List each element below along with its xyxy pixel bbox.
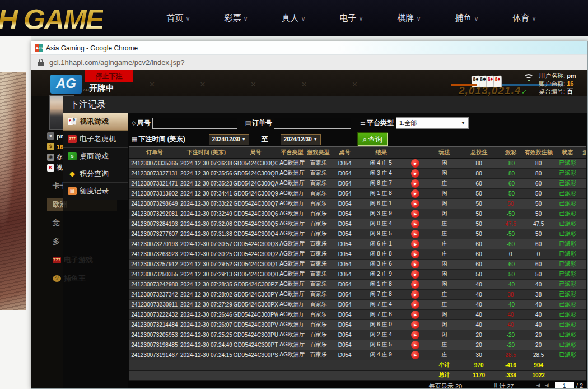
cut-cell bbox=[582, 289, 586, 299]
column-header: 状态 bbox=[553, 146, 583, 158]
status-cell: 已派彩 bbox=[553, 188, 583, 198]
round-cell: GD05424C300Q9 bbox=[233, 188, 278, 198]
play-video-button[interactable]: ▶ bbox=[411, 230, 419, 238]
play-video-button[interactable]: ▶ bbox=[411, 210, 419, 218]
play-video-button[interactable]: ▶ bbox=[411, 311, 419, 319]
play-video-button[interactable]: ▶ bbox=[411, 240, 419, 248]
play-video-button[interactable]: ▶ bbox=[411, 300, 419, 309]
payout-cell: -50 bbox=[497, 188, 525, 198]
play-cell: ▶ bbox=[403, 350, 428, 360]
nav-item-slots[interactable]: 电子∨ bbox=[323, 13, 380, 24]
tab-points-query[interactable]: ◆ 积分查询 bbox=[63, 165, 128, 183]
play-video-button[interactable]: ▶ bbox=[411, 179, 419, 188]
valid-cell: 20 bbox=[525, 340, 553, 350]
order-cell: 241230073277607 bbox=[129, 229, 180, 239]
play-video-button[interactable]: ▶ bbox=[411, 331, 419, 339]
ag-lobby-header: AG ASIA GAMING 停止下注 开牌中 ✕ ✕ ✕ ✕ ✕ ✕ ✕ ✕ … bbox=[31, 70, 587, 96]
result-cell: 闲 6 庄 5 bbox=[359, 340, 403, 350]
nav-item-fishing[interactable]: 捕鱼∨ bbox=[438, 13, 496, 24]
play-video-button[interactable]: ▶ bbox=[411, 321, 419, 329]
status-cell: 已派彩 bbox=[553, 269, 583, 279]
play-video-button[interactable]: ▶ bbox=[411, 159, 419, 168]
round-number-input[interactable] bbox=[152, 118, 237, 129]
round-cell: GD05424C300PY bbox=[233, 289, 278, 299]
play-video-button[interactable]: ▶ bbox=[411, 280, 419, 289]
status-cell: 已派彩 bbox=[553, 340, 583, 350]
play-video-button[interactable]: ▶ bbox=[411, 200, 419, 208]
table-cell: D054 bbox=[331, 219, 359, 229]
column-header: 订单号 bbox=[129, 146, 180, 158]
tab-quota-records[interactable]: ▤ 额度记录 bbox=[63, 183, 128, 200]
game-cell: 百家乐 bbox=[306, 279, 331, 289]
status-cell: 已派彩 bbox=[553, 330, 583, 340]
cut-cell bbox=[582, 299, 586, 309]
total-cell: 60 bbox=[461, 178, 497, 188]
status-cell: 已派彩 bbox=[553, 289, 583, 299]
payout-cell: -40 bbox=[497, 299, 525, 309]
total-cell: 40 bbox=[461, 299, 497, 309]
tab-slot-machines[interactable]: 777 电子老虎机 bbox=[63, 131, 128, 148]
game-cell: 百家乐 bbox=[306, 289, 331, 299]
table-cell: D054 bbox=[331, 330, 359, 340]
play-video-button[interactable]: ▶ bbox=[411, 351, 419, 359]
play-video-button[interactable]: ▶ bbox=[411, 250, 419, 258]
prev-page-arrows[interactable]: ◀ ◀ bbox=[536, 382, 550, 388]
order-cell: 241230073205953 bbox=[129, 330, 180, 340]
total-cell: 50 bbox=[461, 188, 497, 198]
search-button[interactable]: ⌕查询 bbox=[358, 133, 388, 146]
game-cell: 百家乐 bbox=[306, 259, 331, 269]
money-bag-icon: $ bbox=[47, 143, 54, 150]
nav-item-lottery[interactable]: 彩票∨ bbox=[207, 13, 265, 24]
dropdown-arrow-icon: ▼ bbox=[242, 137, 246, 141]
play-video-button[interactable]: ▶ bbox=[411, 260, 419, 268]
bet-cell: 庄 bbox=[428, 249, 461, 259]
payout-cell: -60 bbox=[497, 239, 525, 249]
total-cell: 20 bbox=[461, 340, 497, 350]
play-cell: ▶ bbox=[403, 249, 428, 259]
column-header: 派 bbox=[582, 146, 586, 158]
play-video-button[interactable]: ▶ bbox=[411, 290, 419, 299]
date-to-select[interactable]: 2024/12/30▼ bbox=[281, 134, 321, 145]
status-cell: 已派彩 bbox=[553, 178, 583, 188]
cut-cell bbox=[582, 229, 586, 239]
round-cell: GD05424C300Q4 bbox=[233, 229, 278, 239]
order-cell: 241230073230911 bbox=[129, 299, 180, 309]
tab-table-games[interactable]: $ 桌面游戏 bbox=[63, 148, 128, 165]
platform-cell: AG欧洲厅 bbox=[278, 239, 306, 249]
platform-type-select[interactable]: 1.全部▼ bbox=[396, 117, 469, 129]
play-video-button[interactable]: ▶ bbox=[411, 270, 419, 279]
page-number-input[interactable]: 1 bbox=[555, 382, 574, 389]
platform-cell: AG欧洲厅 bbox=[278, 168, 306, 178]
order-cell: 241230073214484 bbox=[129, 319, 180, 330]
modal-main-panel: ⬦局号 ▤订单号 ☰平台类型 1.全部▼ ▦下注时间 (美东) 2024/12/… bbox=[128, 113, 587, 388]
play-video-button[interactable]: ▶ bbox=[411, 189, 419, 198]
play-cell: ▶ bbox=[403, 269, 428, 279]
round-cell: GD05424C300PV bbox=[233, 319, 278, 330]
round-cell: GD05424C300Q1 bbox=[233, 259, 278, 269]
platform-cell: AG欧洲厅 bbox=[278, 309, 306, 319]
valid-cell: 20 bbox=[525, 330, 553, 340]
date-from-select[interactable]: 2024/12/30▼ bbox=[209, 134, 249, 145]
order-cell: 241230073270193 bbox=[129, 239, 180, 249]
platform-cell: AG欧洲厅 bbox=[278, 158, 306, 168]
valid-cell: 50 bbox=[525, 198, 553, 209]
payout-cell: -60 bbox=[497, 259, 525, 269]
table-cell: D054 bbox=[331, 309, 359, 319]
play-video-button[interactable]: ▶ bbox=[411, 220, 419, 228]
platform-cell: AG欧洲厅 bbox=[278, 340, 306, 350]
order-number-input[interactable] bbox=[274, 118, 351, 129]
play-video-button[interactable]: ▶ bbox=[411, 341, 419, 349]
nav-item-cards[interactable]: 棋牌∨ bbox=[380, 13, 438, 24]
bet-cell: 庄 bbox=[428, 239, 461, 249]
filter-panel: ⬦局号 ▤订单号 ☰平台类型 1.全部▼ ▦下注时间 (美东) 2024/12/… bbox=[128, 113, 587, 146]
nav-item-home[interactable]: 首页∨ bbox=[150, 13, 207, 24]
nav-item-live[interactable]: 真人∨ bbox=[265, 13, 323, 24]
cut-cell bbox=[582, 188, 586, 198]
play-video-button[interactable]: ▶ bbox=[411, 169, 419, 178]
address-bar[interactable]: gci.1hhapi.com/agingame/pcv2/index.jsp? bbox=[31, 55, 587, 70]
game-cell: 百家乐 bbox=[306, 249, 331, 259]
game-cell: 百家乐 bbox=[306, 319, 331, 330]
nav-item-sports[interactable]: 体育∨ bbox=[496, 13, 553, 24]
status-cell: 已派彩 bbox=[553, 350, 583, 360]
tab-video-games[interactable]: K9 视讯游戏 bbox=[63, 113, 128, 131]
